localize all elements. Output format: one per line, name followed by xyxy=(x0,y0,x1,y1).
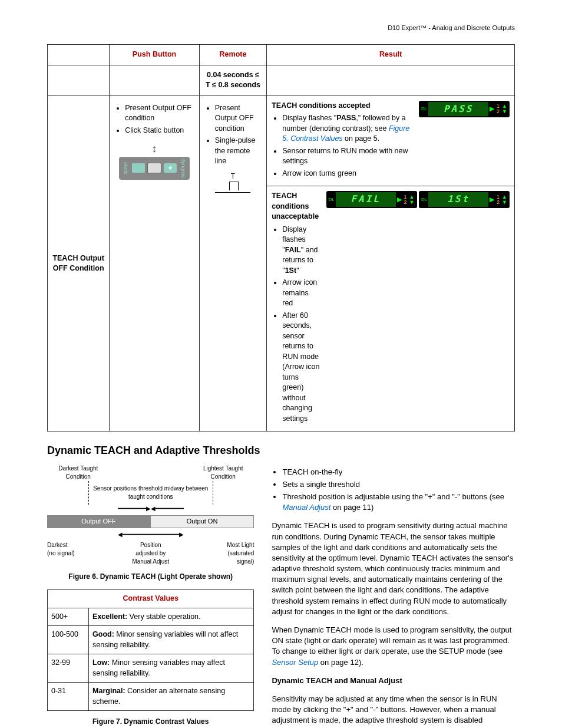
result2-title: TEACH conditions unacceptable xyxy=(272,191,320,222)
table-row: 32-99 Low: Minor sensing variables may a… xyxy=(48,654,254,683)
table-row: 500+ Excellent: Very stable operation. xyxy=(48,608,254,626)
right-p3: Sensitivity may be adjusted at any time … xyxy=(272,694,515,728)
teach-table: Push Button Remote Result 0.04 seconds ≤… xyxy=(47,44,515,431)
push-b1: Present Output OFF condition xyxy=(125,103,194,124)
col-push: Push Button xyxy=(110,45,199,65)
result1-title: TEACH conditions accepted xyxy=(272,101,413,111)
remote-cell: Present Output OFF condition Single-puls… xyxy=(199,95,266,431)
col-result: Result xyxy=(267,45,515,65)
contrast-table: Contrast Values 500+ Excellent: Very sta… xyxy=(47,589,254,711)
section-heading: Dynamic TEACH and Adaptive Thresholds xyxy=(47,443,515,458)
dynamic-teach-diagram: Darkest Taught Condition Lightest Taught… xyxy=(47,465,254,566)
lcd-pass: DL PASS ▶ 12 ▲▼ xyxy=(419,101,510,117)
result-accept-cell: TEACH conditions accepted Display flashe… xyxy=(267,95,515,186)
push-b2: Click Static button xyxy=(125,126,194,136)
result2-b3: After 60 seconds, sensor returns to RUN … xyxy=(282,311,320,424)
contrast-header: Contrast Values xyxy=(48,590,254,608)
pulse-diagram: T xyxy=(204,172,262,196)
remote-b1: Present Output OFF condition xyxy=(215,103,262,134)
result2-b1: Display flashes "FAIL" and returns to "1… xyxy=(282,225,320,276)
button-diagram: ↕ static + dynamic xyxy=(114,141,194,180)
timing-subheader: 0.04 seconds ≤ T ≤ 0.8 seconds xyxy=(199,65,266,95)
result2-b2: Arrow icon remains red xyxy=(282,278,320,309)
lcd-fail: DL FAIL ▶ 12 ▲▼ xyxy=(326,191,417,207)
remote-b2: Single-pulse the remote line xyxy=(215,136,262,167)
result1-b2: Sensor returns to RUN mode with new sett… xyxy=(282,146,413,167)
table-row: 0-31 Marginal: Consider an alternate sen… xyxy=(48,683,254,711)
lcd-1st: DL 1St ▶ 12 ▲▼ xyxy=(419,191,510,207)
sensor-setup-link[interactable]: Sensor Setup xyxy=(272,658,318,667)
fig7-caption: Figure 7. Dynamic Contrast Values xyxy=(47,717,254,727)
right-subhead: Dynamic TEACH and Manual Adjust xyxy=(272,676,515,686)
push-cell: Present Output OFF condition Click Stati… xyxy=(110,95,199,431)
row-label: TEACH Output OFF Condition xyxy=(48,95,110,431)
header-product: D10 Expert™ - Analog and Discrete Output… xyxy=(47,24,515,32)
table-row: 100-500 Good: Minor sensing variables wi… xyxy=(48,626,254,654)
right-b1: TEACH on-the-fly xyxy=(282,467,515,477)
fig6-caption: Figure 6. Dynamic TEACH (Light Operate s… xyxy=(47,572,254,582)
right-b2: Sets a single threshold xyxy=(282,479,515,490)
manual-adjust-link[interactable]: Manual Adjust xyxy=(282,503,330,512)
col-remote: Remote xyxy=(199,45,266,65)
result1-b1: Display flashes "PASS," followed by a nu… xyxy=(282,113,413,144)
right-b3: Threshold position is adjustable using t… xyxy=(282,492,515,513)
right-p1: Dynamic TEACH is used to program sensiti… xyxy=(272,521,515,617)
result-fail-cell: TEACH conditions unacceptable Display fl… xyxy=(267,186,515,431)
right-p2: When Dynamic TEACH mode is used to progr… xyxy=(272,625,515,668)
result1-b3: Arrow icon turns green xyxy=(282,169,413,179)
